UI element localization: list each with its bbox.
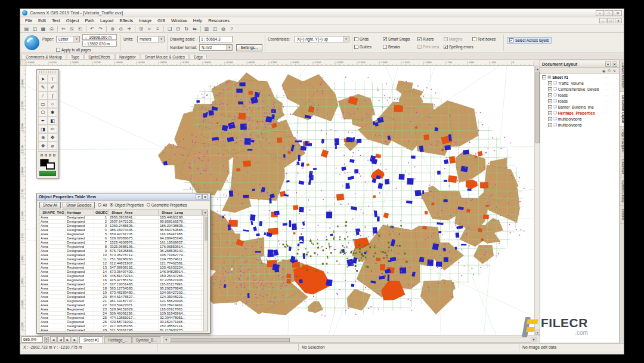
table-scrollbar[interactable] bbox=[203, 216, 208, 331]
table-row[interactable]: AreaDesignated12956.0919341...185.446601… bbox=[39, 216, 208, 220]
dialog-title-bar[interactable]: Object Properties Table View ?✕ bbox=[37, 193, 210, 201]
column-header-objectid[interactable]: OBJECTID bbox=[94, 210, 109, 215]
table-row[interactable]: AreaDesignated22633.53427071...103.78419… bbox=[39, 303, 208, 307]
help-icon[interactable]: ? bbox=[228, 25, 236, 32]
table-row[interactable]: AreaDesignated22937.6472105...89.8581665… bbox=[39, 220, 208, 224]
settings-button[interactable]: Settings... bbox=[236, 44, 262, 51]
nav-first-icon[interactable]: ◀ bbox=[50, 336, 57, 343]
palette-option-button[interactable] bbox=[45, 154, 47, 156]
expand-icon[interactable]: + bbox=[548, 111, 552, 115]
tree-item-traffic-volume[interactable]: +❏Traffic_Volume· · bbox=[540, 80, 619, 86]
dialog-close-icon[interactable]: ✕ bbox=[202, 194, 208, 199]
tree-item-multipolygons[interactable]: +❏multipolygons· · bbox=[540, 122, 619, 128]
stroke-style-swatch[interactable] bbox=[39, 171, 56, 176]
horizontal-scrollbar[interactable]: ◀ ▶ bbox=[163, 337, 537, 343]
tree-item-roads[interactable]: +❏roads· · bbox=[540, 98, 619, 104]
scroll-thumb[interactable] bbox=[205, 217, 208, 241]
side-tab-symbol-library[interactable]: Symbol Library bbox=[620, 177, 624, 206]
scroll-left-icon[interactable]: ◀ bbox=[163, 337, 169, 343]
radio-geometric-properties[interactable]: Geometric Properties bbox=[147, 203, 187, 207]
maximize-button[interactable]: □ bbox=[605, 10, 613, 16]
undo-icon[interactable]: ↶ bbox=[88, 25, 96, 32]
table-row[interactable]: AreaRegistered15445.81479314...150.26447… bbox=[39, 274, 208, 278]
flip-icon[interactable]: ⇋ bbox=[191, 25, 199, 32]
fill-tool[interactable]: ◧ bbox=[48, 116, 57, 125]
palette-option-button[interactable] bbox=[41, 154, 43, 156]
symbol-tool[interactable]: ❖ bbox=[38, 141, 48, 150]
knife-tool[interactable]: ✄ bbox=[48, 125, 57, 133]
drawing-scale-field[interactable]: 1 : 50664.3 bbox=[199, 36, 233, 42]
side-tab-document-layout[interactable]: Document Layout bbox=[620, 92, 624, 127]
palette-option-button[interactable] bbox=[53, 154, 55, 156]
zoom-down-icon[interactable]: ▼ bbox=[44, 340, 49, 343]
table-row[interactable]: AreaRegistered16415.47785152...67.226627… bbox=[39, 278, 208, 282]
pencil-tool[interactable]: ✐ bbox=[48, 83, 57, 91]
curve-tool[interactable]: ∫ bbox=[48, 91, 57, 100]
polygon-tool[interactable]: ⬠ bbox=[38, 108, 48, 116]
toggle-spelling-errors[interactable]: Spelling errors bbox=[444, 43, 471, 51]
table-row[interactable]: AreaRegistered21961.19187747...131.55624… bbox=[39, 299, 208, 303]
pen-tool[interactable]: ✎ bbox=[38, 83, 48, 91]
rotate-icon[interactable]: ↻ bbox=[182, 25, 190, 32]
toggle-rulers[interactable]: Rulers bbox=[417, 35, 442, 43]
paper-height-field[interactable]: ↕ 13582.070 m bbox=[82, 41, 117, 47]
table-row[interactable]: AreaDesignated4986.16074445...65.5607636… bbox=[39, 228, 208, 232]
menu-layout[interactable]: Layout bbox=[97, 18, 117, 23]
table-row[interactable]: AreaDesignated31369.2486536...186.204388… bbox=[39, 224, 208, 228]
side-tab-flowchart[interactable]: Flowchart bbox=[620, 156, 624, 177]
table-row[interactable]: AreaDesignated18565.12754585...95.292578… bbox=[39, 287, 208, 291]
expand-icon[interactable]: + bbox=[548, 81, 552, 85]
menu-object[interactable]: Object bbox=[63, 18, 82, 23]
expand-icon[interactable]: + bbox=[548, 105, 552, 109]
select-tool[interactable]: ➤ bbox=[38, 75, 48, 83]
radio-object-properties[interactable]: Object Properties bbox=[110, 203, 144, 207]
grid-icon[interactable]: ⊞ bbox=[137, 25, 145, 32]
toggle-text-boxes[interactable]: Text boxes bbox=[472, 35, 503, 43]
radio-all[interactable]: All bbox=[98, 203, 107, 207]
scroll-thumb[interactable] bbox=[171, 338, 290, 342]
copy-icon[interactable]: ⎘ bbox=[68, 25, 76, 32]
close-panel-icon[interactable]: ✕ bbox=[612, 61, 617, 67]
nav-next-icon[interactable]: ▶ bbox=[64, 336, 71, 343]
menu-image[interactable]: Image bbox=[136, 18, 154, 23]
panel-menu-icon[interactable]: ▾ bbox=[605, 61, 611, 67]
measure-tool[interactable]: ⌀ bbox=[48, 141, 57, 150]
tab-navigator[interactable]: Navigator bbox=[115, 54, 140, 59]
bottom-tab-symbol-b[interactable]: Symbol_B... bbox=[132, 336, 160, 343]
expand-icon[interactable]: + bbox=[548, 123, 552, 127]
table-row[interactable]: AreaRegistered13547.38938192...105.41632… bbox=[39, 266, 208, 270]
ellipse-tool[interactable]: ○ bbox=[48, 100, 57, 108]
expand-icon[interactable]: + bbox=[548, 117, 552, 121]
paper-size-select[interactable]: Letter bbox=[56, 36, 80, 42]
table-row[interactable]: AreaDesignated24509.46091138...109.51945… bbox=[39, 312, 208, 316]
toggle-margins[interactable]: Margins bbox=[444, 35, 471, 43]
side-tab-presets[interactable]: Presets bbox=[620, 206, 624, 224]
column-header-shape-leng[interactable]: _Shape_Leng bbox=[159, 210, 202, 215]
document-maximize-button[interactable]: □ bbox=[607, 18, 614, 23]
gradient-tool[interactable]: ◨ bbox=[38, 125, 48, 133]
toggle-smart-snaps[interactable]: Smart Snaps bbox=[383, 35, 416, 43]
tab-smart-mouse-guides[interactable]: Smart Mouse & Guides bbox=[141, 54, 189, 59]
menu-file[interactable]: File bbox=[22, 18, 35, 23]
menu-text[interactable]: Text bbox=[49, 18, 63, 23]
rectangle-tool[interactable]: ▭ bbox=[38, 100, 48, 108]
show-selected-button[interactable]: Show Selected bbox=[63, 202, 95, 208]
cut-icon[interactable]: ✂ bbox=[60, 25, 67, 32]
chart-icon[interactable]: ◫ bbox=[211, 25, 219, 32]
wand-tool[interactable]: ✱ bbox=[48, 108, 57, 116]
hand-tool[interactable]: ✥ bbox=[48, 133, 57, 141]
layers-icon[interactable]: ≡ bbox=[154, 25, 162, 32]
paste-icon[interactable]: ⎗ bbox=[76, 25, 84, 32]
zoom-level-field[interactable]: 686.0% bbox=[21, 336, 43, 343]
table-row[interactable]: AreaDesignated12612.44821907...121.77462… bbox=[39, 262, 208, 266]
stroke-color-swatch[interactable] bbox=[46, 162, 55, 170]
snap-icon[interactable]: ⌗ bbox=[145, 25, 153, 32]
tab-spriteeffects[interactable]: SpriteEffects bbox=[84, 54, 114, 59]
dialog-help-icon[interactable]: ? bbox=[196, 194, 202, 199]
table-row[interactable]: AreaRegistered26439.58741002...99.152471… bbox=[39, 320, 208, 324]
zoom-in-icon[interactable]: ⊕ bbox=[109, 25, 116, 32]
collapse-icon[interactable]: − bbox=[542, 75, 546, 79]
side-tab-canvas-assistant[interactable]: Canvas Assistant bbox=[620, 60, 624, 92]
menu-edit[interactable]: Edit bbox=[35, 18, 49, 23]
tree-item-sheet[interactable]: −▤Sheet #1· · bbox=[540, 74, 619, 80]
